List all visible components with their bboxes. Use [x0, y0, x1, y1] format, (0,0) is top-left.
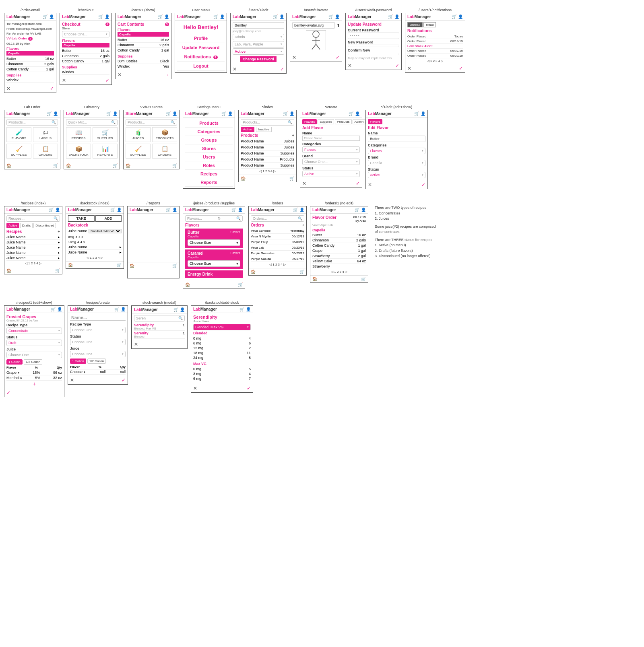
icon-orders[interactable]: 📋ORDERS — [33, 144, 58, 159]
home-icon[interactable]: 🏠 — [312, 277, 317, 281]
save-btn[interactable]: ✓ — [421, 182, 425, 188]
tab-inactive[interactable]: Inactive — [256, 127, 272, 132]
add-flavor-row[interactable]: + — [6, 381, 62, 387]
order-purple-socastee[interactable]: Purple Socastee05/23/19 — [251, 251, 304, 256]
brand-select[interactable]: Choose One... — [302, 159, 360, 165]
order-vava-surfside[interactable]: Vava SurfsideYesterday — [251, 228, 304, 234]
search-bar-orders[interactable]: Orders... 🔍 — [251, 215, 304, 222]
cart-nav-icon[interactable]: 🛒 — [172, 264, 177, 268]
home-icon[interactable]: 🏠 — [6, 163, 11, 168]
home-icon[interactable]: 🏠 — [6, 268, 11, 273]
cancel-btn[interactable]: ✕ — [407, 66, 411, 71]
cancel-btn[interactable]: ✕ — [70, 377, 74, 383]
cancel-btn[interactable]: ✕ — [6, 86, 10, 91]
caramel-size-select[interactable]: Choose Size▾ — [188, 260, 240, 267]
cancel-btn[interactable]: ✕ — [302, 181, 306, 186]
menu-stores[interactable]: Stores — [185, 144, 233, 153]
recipe-type-select[interactable]: Choose One... — [70, 327, 126, 333]
recipe-item-4[interactable]: Juice Name▸ — [6, 250, 60, 256]
name-input[interactable]: Name... — [70, 315, 126, 321]
menu-profile[interactable]: Profile — [177, 34, 225, 43]
take-btn[interactable]: TAKE — [68, 215, 95, 222]
status-select[interactable]: Choose One... — [70, 339, 126, 345]
status-select[interactable]: Active — [233, 48, 284, 55]
vg-select[interactable]: Standard / Max VG — [89, 229, 122, 233]
order-vava-lab[interactable]: Vava Lab05/23/19 — [251, 245, 304, 251]
cart-nav-icon[interactable]: 🛒 — [113, 163, 118, 168]
cart-nav-icon[interactable]: 🛒 — [299, 270, 304, 274]
icon-products[interactable]: 📦PRODUCTS — [152, 127, 177, 142]
add-order-btn[interactable]: + — [302, 223, 304, 227]
tab-flavors[interactable]: Flavors — [302, 119, 317, 124]
save-btn[interactable]: ✓ — [122, 377, 126, 383]
tab-1gallon[interactable]: 1 Gallon — [6, 359, 23, 365]
tab-read[interactable]: Read — [423, 22, 436, 27]
cart-nav-icon[interactable]: 🛒 — [117, 263, 122, 267]
status-select[interactable]: Draft — [6, 340, 62, 346]
confirm-pw-field[interactable] — [348, 53, 399, 55]
juice-select[interactable]: Choose One... — [70, 351, 126, 357]
tab-flavors[interactable]: Flavors — [368, 119, 382, 124]
juice-lines-select[interactable]: Blended, Max VG — [193, 324, 251, 330]
confirm-btn[interactable]: ✓ — [50, 86, 54, 91]
icon-labels[interactable]: 🏷LABELS — [33, 127, 58, 142]
icon-flavors[interactable]: 🧪FLAVORS — [6, 127, 31, 142]
search-bar-index[interactable]: Products... 🔍 — [241, 119, 294, 126]
menu-groups[interactable]: Groups — [185, 136, 233, 144]
save-btn[interactable]: ✓ — [247, 385, 251, 391]
categories-select[interactable]: Flavors — [368, 148, 425, 154]
lab-select[interactable]: Lab, Vava, Purple — [233, 41, 284, 47]
icon-supplies[interactable]: 🧹SUPPLIES — [126, 144, 151, 159]
search-bar-lab-order[interactable]: Products... 🔍 — [6, 119, 58, 126]
tab-half-gallon[interactable]: 1/2 Gallon — [87, 359, 106, 364]
save-btn[interactable]: ✓ — [356, 181, 360, 186]
cart-nav-icon[interactable]: 🛒 — [238, 282, 243, 287]
icon-supplies[interactable]: 🧹SUPPLIES — [6, 144, 31, 159]
name-field[interactable]: Bentley — [233, 22, 284, 29]
home-icon[interactable]: 🏠 — [66, 163, 71, 168]
tab-admin[interactable]: Admin — [353, 119, 366, 124]
search-bar-recipes[interactable]: Recipes... 🔍 — [6, 215, 60, 222]
menu-products[interactable]: Products — [185, 119, 233, 128]
home-icon[interactable]: 🏠 — [185, 282, 190, 287]
search-bar-lab[interactable]: Quick Mix... 🔍 — [66, 119, 118, 126]
menu-reports[interactable]: Reports — [185, 178, 233, 187]
save-btn[interactable]: ✓ — [280, 66, 284, 72]
search-bar-stock[interactable]: Seren 🔍 — [134, 315, 185, 321]
avatar-filename[interactable]: bentley-avatar.svg — [292, 22, 335, 29]
cart-nav-icon[interactable]: 🛒 — [55, 268, 60, 273]
recipe-item-5[interactable]: Juice Name▸ — [6, 256, 60, 261]
stock-serenity[interactable]: Serenity Blended 1 — [134, 331, 185, 339]
tab-discontinued[interactable]: Discontinued — [33, 223, 56, 228]
tab-1gallon[interactable]: 1 Gallon — [70, 359, 86, 364]
order-purple-saluda[interactable]: Purple Saluda05/17/19 — [251, 256, 304, 262]
backstock-juice-2[interactable]: Juice Name▸ — [68, 245, 122, 250]
new-pw-field[interactable] — [348, 45, 399, 47]
upload-icon[interactable]: ⬆ — [336, 23, 340, 28]
add-btn[interactable]: ADD — [95, 215, 122, 222]
store-select[interactable]: Choose One... — [62, 31, 109, 37]
current-pw-field[interactable]: ••••• — [348, 33, 399, 39]
search-bar-flavors[interactable]: Flavors... ⇅ 🔍 — [185, 215, 243, 222]
tab-drafts[interactable]: Drafts — [20, 223, 33, 228]
juice-select[interactable]: Choose One — [6, 352, 62, 358]
status-select[interactable]: Active — [368, 172, 425, 178]
menu-recipes[interactable]: Recipes — [185, 170, 233, 178]
cancel-btn[interactable]: ✕ — [193, 385, 197, 391]
cart-nav-icon[interactable]: 🛒 — [361, 277, 366, 281]
search-bar-vv[interactable]: Products... 🔍 — [126, 119, 177, 126]
proceed-btn[interactable]: → — [164, 72, 169, 78]
cart-nav-icon[interactable]: 🛒 — [289, 176, 294, 181]
cart-nav-icon[interactable]: 🛒 — [172, 163, 177, 168]
tab-products[interactable]: Products — [335, 119, 352, 124]
home-icon[interactable]: 🏠 — [68, 263, 73, 267]
home-icon[interactable]: 🏠 — [251, 270, 256, 274]
name-input[interactable]: Butter — [368, 136, 425, 142]
home-icon[interactable]: 🏠 — [130, 264, 134, 268]
cancel-btn[interactable]: ✕ — [118, 72, 122, 78]
role-select[interactable]: Admin — [233, 34, 284, 40]
status-select[interactable]: Active — [302, 171, 360, 177]
email-field[interactable]: joey@moticorp.com — [233, 29, 284, 33]
add-recipe-btn[interactable]: + — [58, 229, 60, 234]
cancel-btn[interactable]: ✕ — [134, 342, 138, 347]
